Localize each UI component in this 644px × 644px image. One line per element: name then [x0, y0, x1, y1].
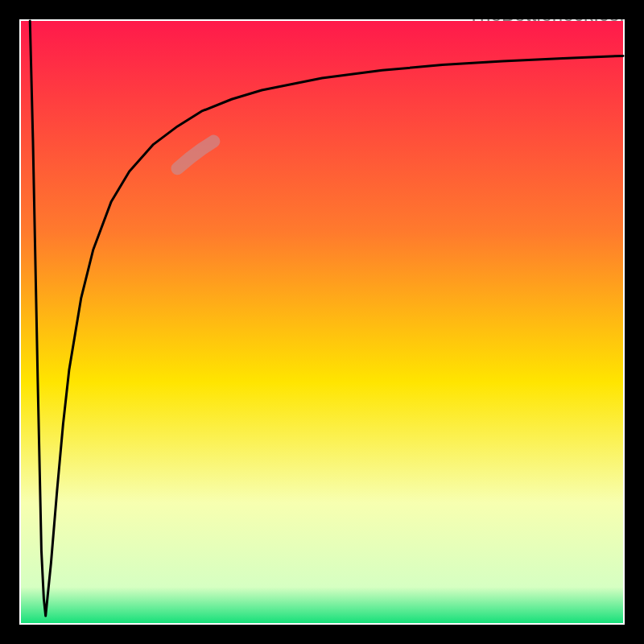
- chart-stage: TheBottleneck.com: [0, 0, 644, 644]
- chart-background-gradient: [21, 21, 623, 623]
- bottleneck-curve-chart: [0, 0, 644, 644]
